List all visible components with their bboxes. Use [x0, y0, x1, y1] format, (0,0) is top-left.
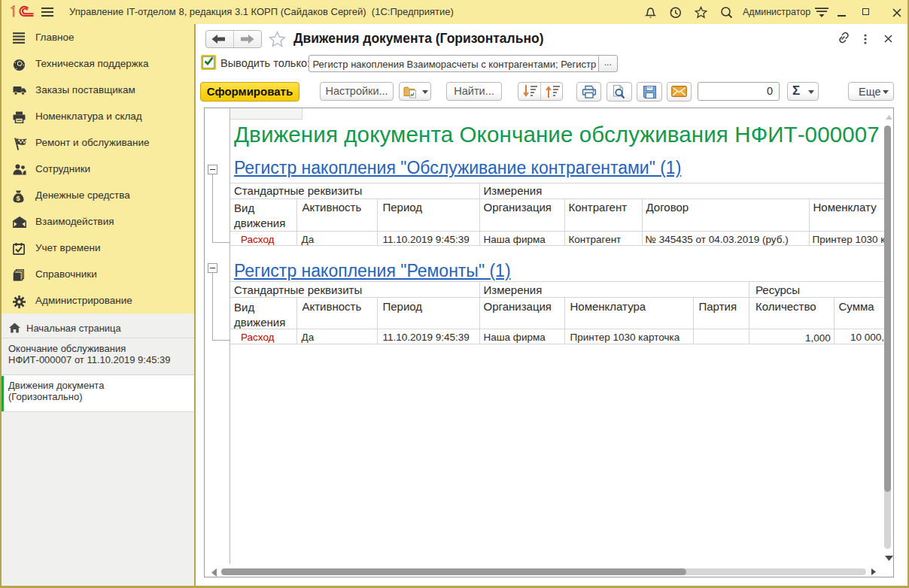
svg-text:$: $ — [17, 194, 21, 202]
